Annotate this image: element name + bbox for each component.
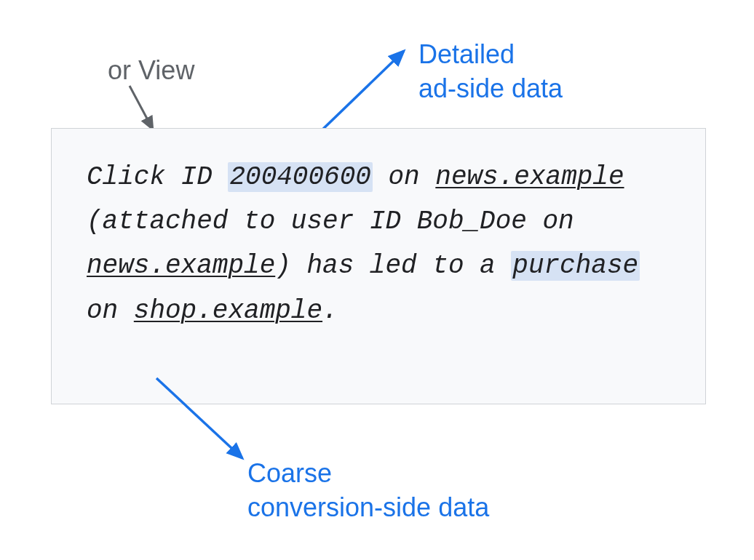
click-id-highlight: 200400600 <box>228 162 372 192</box>
arrow-blue-bottom-icon <box>156 378 258 473</box>
svg-line-4 <box>156 378 242 458</box>
text-part5: on <box>87 296 134 326</box>
svg-line-1 <box>130 86 153 129</box>
purchase-highlight: purchase <box>511 251 640 281</box>
annotation-coarse-line1: Coarse <box>247 457 489 491</box>
annotation-detailed-line2: ad-side data <box>418 72 563 106</box>
annotation-detailed-ad-side: Detailed ad-side data <box>418 38 563 106</box>
annotation-detailed-line1: Detailed <box>418 38 563 72</box>
annotation-coarse-conversion: Coarse conversion-side data <box>247 457 489 525</box>
text-part2: on <box>373 162 435 192</box>
main-text-content: Click ID 200400600 on news.example (atta… <box>87 155 670 333</box>
main-text-block: Click ID 200400600 on news.example (atta… <box>51 128 706 404</box>
text-period: . <box>322 296 338 326</box>
news-example-link-2: news.example <box>87 251 275 281</box>
annotation-or-view: or View <box>108 55 194 86</box>
shop-example-link: shop.example <box>134 296 322 326</box>
text-part1: Click ID <box>87 162 228 192</box>
annotation-coarse-line2: conversion-side data <box>247 491 489 525</box>
news-example-link-1: news.example <box>435 162 624 192</box>
text-part3: (attached to user ID Bob_Doe on <box>87 207 574 236</box>
text-part4: ) has led to a <box>275 251 511 281</box>
